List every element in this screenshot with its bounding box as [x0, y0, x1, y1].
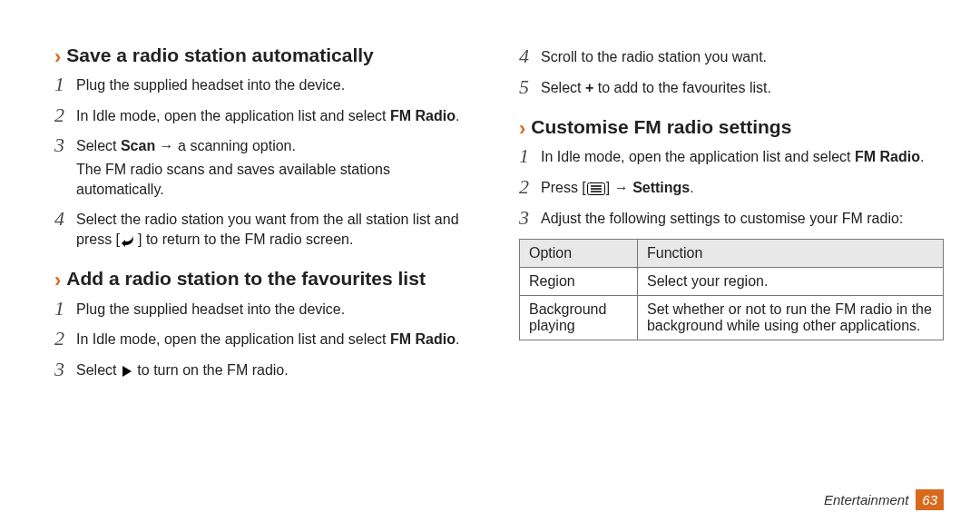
table-row: Background playingSet whether or not to … [520, 296, 944, 340]
step-text: Select the radio station you want from t… [76, 210, 479, 252]
step-item: 1In Idle mode, open the application list… [519, 147, 944, 171]
section-heading-favourites: › Add a radio station to the favourites … [54, 267, 479, 290]
customise-steps-list: 1In Idle mode, open the application list… [519, 147, 944, 232]
section-heading-save: › Save a radio station automatically [54, 44, 479, 66]
section-title: Customise FM radio settings [531, 115, 791, 138]
step-text: Adjust the following settings to customi… [541, 209, 944, 232]
step-number: 1 [54, 299, 76, 322]
section-title: Save a radio station automatically [66, 44, 373, 66]
step-item: 4Scroll to the radio station you want. [519, 47, 944, 71]
step-number: 2 [54, 105, 76, 129]
footer-section-name: Entertainment [824, 492, 908, 507]
table-cell-option: Region [520, 268, 638, 296]
step-text: Plug the supplied headset into the devic… [76, 300, 479, 323]
left-column: › Save a radio station automatically 1Pl… [54, 44, 479, 482]
section-heading-customise: › Customise FM radio settings [519, 115, 944, 138]
settings-table: Option Function RegionSelect your region… [519, 239, 944, 340]
step-item: 2Press [] → Settings. [519, 178, 944, 202]
step-item: 2In Idle mode, open the application list… [54, 330, 479, 353]
favourites-steps-list-right: 4Scroll to the radio station you want.5S… [519, 47, 944, 101]
chevron-icon: › [519, 119, 525, 139]
play-icon [122, 365, 132, 378]
footer-page-number: 63 [916, 489, 944, 510]
step-number: 3 [54, 360, 76, 383]
step-item: 3Select Scan → a scanning option.The FM … [54, 136, 479, 202]
save-steps-list: 1Plug the supplied headset into the devi… [54, 75, 479, 252]
step-text: In Idle mode, open the application list … [76, 330, 479, 353]
step-item: 5Select + to add to the favourites list. [519, 78, 944, 102]
step-text: Press [] → Settings. [541, 178, 944, 202]
step-number: 2 [54, 329, 76, 352]
step-number: 3 [519, 208, 541, 232]
step-number: 1 [519, 146, 541, 170]
step-number: 5 [519, 77, 541, 101]
table-row: RegionSelect your region. [520, 268, 944, 296]
step-text: In Idle mode, open the application list … [541, 147, 944, 171]
step-text: Select to turn on the FM radio. [76, 360, 479, 384]
step-item: 4Select the radio station you want from … [54, 210, 479, 252]
section-title: Add a radio station to the favourites li… [66, 267, 426, 290]
page-footer: Entertainment 63 [54, 482, 944, 510]
step-item: 1Plug the supplied headset into the devi… [54, 75, 479, 99]
step-text: Plug the supplied headset into the devic… [76, 75, 479, 99]
step-text: Select Scan → a scanning option.The FM r… [76, 136, 479, 202]
table-header-function: Function [637, 240, 943, 268]
step-item: 3Select to turn on the FM radio. [54, 360, 479, 384]
step-item: 2In Idle mode, open the application list… [54, 106, 479, 130]
step-number: 4 [519, 46, 541, 70]
right-column: 4Scroll to the radio station you want.5S… [519, 44, 944, 482]
chevron-icon: › [54, 47, 61, 67]
table-header-option: Option [520, 240, 638, 268]
step-number: 4 [54, 209, 76, 251]
favourites-steps-list-left: 1Plug the supplied headset into the devi… [54, 300, 479, 384]
step-text: In Idle mode, open the application list … [76, 106, 479, 130]
chevron-icon: › [54, 271, 61, 291]
back-icon [121, 234, 137, 247]
step-number: 2 [519, 177, 541, 201]
step-item: 3Adjust the following settings to custom… [519, 209, 944, 232]
step-text: Scroll to the radio station you want. [541, 47, 944, 71]
menu-icon [587, 182, 605, 195]
step-item: 1Plug the supplied headset into the devi… [54, 300, 479, 323]
table-cell-function: Set whether or not to run the FM radio i… [637, 296, 943, 340]
step-number: 1 [54, 74, 76, 98]
table-cell-option: Background playing [520, 296, 638, 340]
step-number: 3 [54, 135, 76, 202]
table-cell-function: Select your region. [637, 268, 943, 296]
step-text: Select + to add to the favourites list. [541, 78, 944, 102]
